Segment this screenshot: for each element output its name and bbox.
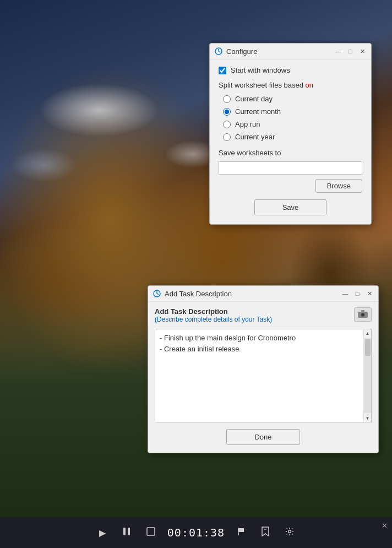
configure-body: Start with windows Split worksheet files…: [210, 59, 371, 224]
radio-current-year-label: Current year: [235, 133, 275, 141]
task-body: Add Task Description (Describe complete …: [148, 302, 378, 453]
browse-button[interactable]: Browse: [315, 179, 362, 193]
svg-rect-13: [147, 528, 155, 535]
camera-icon: [358, 310, 368, 319]
save-btn-row: Save: [219, 199, 362, 215]
radio-current-year-row: Current year: [223, 133, 362, 141]
task-scrollbar: ▲ ▼: [363, 329, 371, 422]
radio-current-month[interactable]: [223, 108, 231, 116]
play-icon: ▶: [99, 528, 106, 538]
stop-icon: [146, 527, 155, 538]
scrollbar-thumb[interactable]: [365, 339, 371, 356]
svg-point-8: [362, 313, 364, 316]
camera-button[interactable]: [354, 307, 372, 322]
task-maximize-button[interactable]: □: [353, 289, 362, 298]
task-dialog: Add Task Description — □ ✕ Add Task Desc…: [148, 285, 379, 453]
settings-icon: [285, 527, 295, 539]
radio-current-day-row: Current day: [223, 95, 362, 103]
configure-maximize-button[interactable]: □: [346, 47, 355, 56]
task-titlebar: Add Task Description — □ ✕: [148, 286, 378, 302]
configure-titlebar: Configure — □ ✕: [210, 44, 371, 59]
start-with-windows-checkbox[interactable]: [219, 67, 226, 74]
taskbar-close-button[interactable]: ✕: [382, 522, 388, 530]
save-path-input[interactable]: [219, 161, 362, 175]
svg-line-5: [157, 294, 159, 295]
configure-icon: [214, 47, 223, 56]
svg-point-10: [366, 312, 367, 313]
task-close-button[interactable]: ✕: [365, 289, 374, 298]
split-section-label: Split worksheet files based on: [219, 81, 362, 89]
svg-point-16: [288, 530, 291, 533]
flag-button[interactable]: [233, 525, 249, 540]
task-header-main: Add Task Description: [155, 307, 272, 316]
task-icon: [153, 289, 161, 298]
radio-current-year[interactable]: [223, 133, 231, 141]
save-button[interactable]: Save: [254, 199, 327, 215]
configure-dialog: Configure — □ ✕ Start with windows Split…: [209, 43, 372, 225]
svg-rect-9: [361, 310, 364, 312]
radio-current-month-label: Current month: [235, 107, 281, 116]
stop-button[interactable]: [143, 525, 159, 540]
bookmark-button[interactable]: [258, 525, 273, 540]
pause-icon: [122, 527, 132, 539]
start-with-windows-row: Start with windows: [219, 66, 362, 74]
scrollbar-track: [364, 338, 371, 413]
svg-rect-12: [128, 528, 130, 535]
configure-title: Configure: [226, 47, 330, 56]
browse-row: Browse: [219, 179, 362, 193]
settings-button[interactable]: [282, 525, 297, 540]
task-title: Add Task Description: [165, 290, 337, 298]
task-header-text: Add Task Description (Describe complete …: [155, 307, 272, 323]
radio-app-run[interactable]: [223, 121, 231, 128]
task-header-sub: (Describe complete details of your Task): [155, 316, 272, 323]
bookmark-icon: [261, 527, 270, 539]
pause-button[interactable]: [119, 525, 134, 540]
flag-icon: [236, 527, 246, 539]
configure-minimize-button[interactable]: —: [334, 47, 342, 56]
radio-current-day-label: Current day: [235, 95, 273, 103]
start-with-windows-label: Start with windows: [231, 66, 290, 74]
task-textarea[interactable]: - Finish up the main design for Cronomet…: [155, 329, 363, 422]
radio-current-month-row: Current month: [223, 107, 362, 116]
split-radio-group: Current day Current month App run Curren…: [219, 95, 362, 141]
save-worksheets-label: Save worksheets to: [219, 149, 362, 157]
task-textarea-wrapper: - Finish up the main design for Cronomet…: [155, 329, 372, 422]
svg-rect-11: [123, 528, 126, 535]
taskbar-timer: 00:01:38: [167, 526, 225, 539]
scrollbar-down-arrow[interactable]: ▼: [364, 414, 372, 422]
done-button[interactable]: Done: [226, 429, 300, 445]
scrollbar-up-arrow[interactable]: ▲: [364, 329, 372, 337]
radio-app-run-label: App run: [235, 120, 260, 128]
taskbar: ▶ 00:01:38: [0, 517, 392, 548]
done-btn-row: Done: [155, 429, 372, 445]
task-minimize-button[interactable]: —: [341, 289, 350, 298]
radio-app-run-row: App run: [223, 120, 362, 128]
svg-line-2: [219, 51, 220, 52]
configure-close-button[interactable]: ✕: [358, 47, 367, 56]
radio-current-day[interactable]: [223, 95, 231, 103]
play-button[interactable]: ▶: [95, 525, 110, 540]
task-header-row: Add Task Description (Describe complete …: [155, 307, 372, 323]
